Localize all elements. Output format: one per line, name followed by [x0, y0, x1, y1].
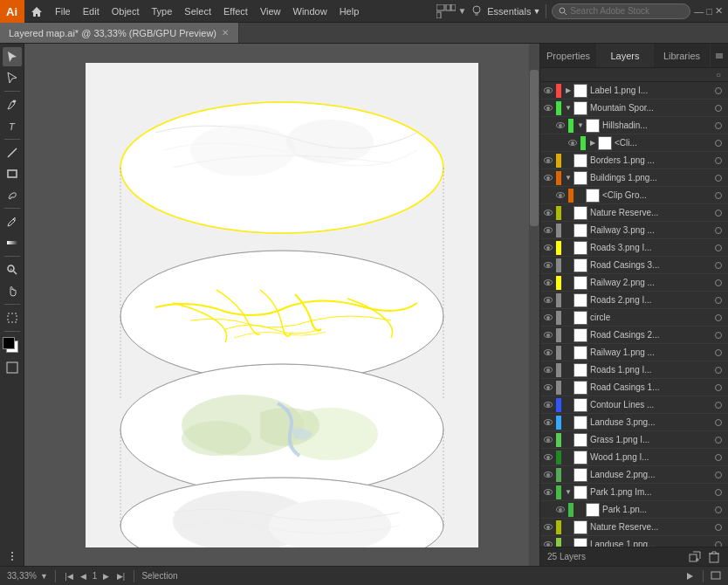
canvas-scrollbar[interactable]	[529, 44, 539, 566]
layer-select-circle[interactable]	[712, 486, 725, 499]
layer-expand-toggle[interactable]	[563, 327, 573, 344]
layer-visibility-toggle[interactable]	[540, 431, 556, 449]
lightbulb-icon[interactable]	[470, 4, 484, 18]
menu-object[interactable]: Object	[106, 0, 146, 22]
pen-tool[interactable]	[3, 95, 22, 114]
hand-tool[interactable]	[3, 281, 22, 300]
layer-row[interactable]: Nature Reserve...	[540, 204, 728, 222]
layer-visibility-toggle[interactable]	[540, 257, 556, 274]
layer-select-circle[interactable]	[712, 347, 725, 359]
layer-row[interactable]: Road Casings 3...	[540, 257, 728, 274]
layer-expand-toggle[interactable]: ▼	[575, 117, 586, 134]
menu-help[interactable]: Help	[333, 0, 366, 22]
paint-tool[interactable]	[3, 185, 22, 204]
layer-visibility-toggle[interactable]	[553, 187, 568, 204]
layer-visibility-toggle[interactable]	[540, 82, 556, 100]
layer-visibility-toggle[interactable]	[540, 414, 556, 431]
canvas-area[interactable]	[24, 44, 539, 566]
line-tool[interactable]	[3, 143, 22, 162]
layer-expand-toggle[interactable]	[563, 396, 573, 414]
next-page-button[interactable]: ▶	[100, 570, 112, 582]
layer-visibility-toggle[interactable]	[540, 239, 556, 257]
layer-row[interactable]: Landuse 1.png...	[540, 536, 728, 547]
color-swatches[interactable]	[3, 337, 22, 353]
layer-row[interactable]: ▶<Cli...	[540, 134, 728, 152]
layer-row[interactable]: Park 1.pn...	[540, 501, 728, 519]
layer-select-circle[interactable]	[712, 120, 725, 132]
layer-select-circle[interactable]	[712, 102, 725, 114]
layer-expand-toggle[interactable]	[563, 414, 573, 431]
eyedropper-tool[interactable]	[3, 212, 22, 231]
layer-select-circle[interactable]	[712, 259, 725, 272]
layer-expand-toggle[interactable]	[563, 239, 573, 257]
menu-view[interactable]: View	[254, 0, 287, 22]
layer-row[interactable]: Landuse 3.png...	[540, 414, 728, 431]
layer-row[interactable]: ▼Buildings 1.png...	[540, 169, 728, 187]
layer-expand-toggle[interactable]: ▶	[563, 82, 573, 100]
layer-expand-toggle[interactable]	[563, 361, 573, 379]
layer-visibility-toggle[interactable]	[540, 379, 556, 396]
layer-visibility-toggle[interactable]	[540, 292, 556, 309]
artboard-tool[interactable]	[3, 308, 22, 327]
layer-expand-toggle[interactable]	[575, 501, 586, 519]
layer-row[interactable]: Railway 1.png ...	[540, 344, 728, 361]
layer-select-circle[interactable]	[712, 224, 725, 237]
search-bar[interactable]	[552, 3, 690, 19]
layer-row[interactable]: Borders 1.png ...	[540, 152, 728, 169]
layer-visibility-toggle[interactable]	[553, 117, 568, 134]
layer-expand-toggle[interactable]	[563, 536, 573, 547]
zoom-tool[interactable]: +	[3, 260, 22, 279]
layer-select-circle[interactable]	[712, 155, 725, 167]
zoom-control[interactable]: 33,33% ▼	[7, 571, 48, 581]
layer-expand-toggle[interactable]	[563, 274, 573, 292]
layer-select-circle[interactable]	[712, 364, 725, 376]
layer-row[interactable]: ▼Hillshadin...	[540, 117, 728, 134]
layer-expand-toggle[interactable]: ▼	[563, 100, 573, 117]
layer-row[interactable]: circle	[540, 309, 728, 327]
layer-select-circle[interactable]	[712, 539, 725, 547]
layer-expand-toggle[interactable]	[563, 519, 573, 536]
layer-visibility-toggle[interactable]	[540, 222, 556, 239]
layer-visibility-toggle[interactable]	[540, 519, 556, 536]
layer-row[interactable]: ▼Park 1.png Im...	[540, 484, 728, 501]
layer-visibility-toggle[interactable]	[540, 309, 556, 327]
home-button[interactable]	[24, 0, 49, 23]
layer-visibility-toggle[interactable]	[540, 536, 556, 547]
menu-file[interactable]: File	[49, 0, 77, 22]
last-page-button[interactable]: ▶|	[114, 570, 127, 582]
layer-visibility-toggle[interactable]	[540, 396, 556, 414]
layer-row[interactable]: Grass 1.png I...	[540, 431, 728, 449]
layer-select-circle[interactable]	[712, 137, 725, 149]
layer-visibility-toggle[interactable]	[540, 344, 556, 361]
essentials-button[interactable]: Essentials ▼	[487, 6, 540, 17]
layer-visibility-toggle[interactable]	[540, 204, 556, 222]
layer-expand-toggle[interactable]	[563, 379, 573, 396]
layer-select-circle[interactable]	[712, 469, 725, 481]
layer-select-circle[interactable]	[712, 85, 725, 97]
layer-select-circle[interactable]	[712, 399, 725, 411]
search-input[interactable]	[570, 6, 683, 16]
layer-expand-toggle[interactable]	[563, 344, 573, 361]
layer-expand-toggle[interactable]	[563, 449, 573, 466]
layer-expand-toggle[interactable]	[563, 152, 573, 169]
layers-list[interactable]: ▶Label 1.png I...▼Mountain Spor...▼Hills…	[540, 82, 728, 547]
layer-select-circle[interactable]	[712, 312, 725, 324]
layer-select-circle[interactable]	[712, 172, 725, 184]
layer-select-circle[interactable]	[712, 329, 725, 341]
layer-select-circle[interactable]	[712, 451, 725, 464]
menu-type[interactable]: Type	[146, 0, 179, 22]
animate-button[interactable]	[683, 570, 696, 582]
layer-row[interactable]: Roads 2.png I...	[540, 292, 728, 309]
layer-row[interactable]: Road Casings 2...	[540, 327, 728, 344]
layer-visibility-toggle[interactable]	[565, 134, 580, 152]
first-page-button[interactable]: |◀	[63, 570, 75, 582]
layer-row[interactable]: <Clip Gro...	[540, 187, 728, 204]
layer-row[interactable]: ▼Mountain Spor...	[540, 100, 728, 117]
menu-window[interactable]: Window	[287, 0, 333, 22]
layer-row[interactable]: Roads 1.png I...	[540, 361, 728, 379]
more-tools[interactable]	[3, 547, 22, 566]
tab-layers[interactable]: Layers	[597, 44, 654, 67]
type-tool[interactable]: T	[3, 116, 22, 135]
arrange-icon[interactable]: ▼	[436, 4, 466, 18]
layer-visibility-toggle[interactable]	[540, 152, 556, 169]
